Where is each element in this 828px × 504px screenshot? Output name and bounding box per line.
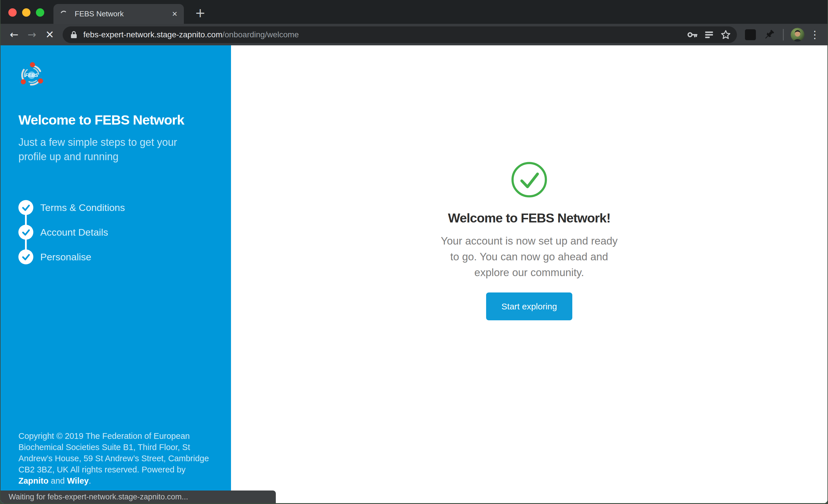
check-icon	[18, 249, 33, 264]
sidebar-subtitle: Just a few simple steps to get your prof…	[18, 135, 188, 164]
success-check-icon	[510, 161, 548, 199]
status-text: Waiting for febs-expert-network.stage-za…	[9, 493, 188, 501]
step-check-circle	[18, 200, 33, 215]
padlock-icon[interactable]	[70, 31, 78, 39]
step-terms-conditions[interactable]: Terms & Conditions	[18, 200, 213, 215]
profile-avatar[interactable]	[791, 28, 804, 42]
welcome-message: Your account is now set up and ready to …	[441, 233, 618, 280]
stop-loading-button[interactable]: ✕	[41, 26, 58, 44]
svg-text:FEBS: FEBS	[25, 73, 38, 78]
new-tab-button[interactable]: +	[191, 5, 209, 21]
welcome-heading: Welcome to FEBS Network!	[448, 211, 610, 226]
step-check-circle	[18, 249, 33, 264]
welcome-panel: Welcome to FEBS Network! Your account is…	[231, 45, 827, 503]
pin-extension-icon[interactable]	[763, 29, 776, 41]
zapnito-link[interactable]: Zapnito	[18, 476, 48, 485]
tab-bar: FEBS Network ✕ +	[1, 0, 827, 24]
page-content: FEBS Welcome to FEBS Network Just a few …	[1, 45, 827, 503]
wiley-link[interactable]: Wiley	[67, 476, 89, 485]
onboarding-steps: Terms & Conditions Account Details	[18, 200, 213, 264]
check-icon	[18, 225, 33, 240]
step-account-details[interactable]: Account Details	[18, 225, 213, 240]
febs-logo: FEBS	[18, 62, 45, 88]
welcome-message-line: Your account is now set up and ready	[441, 233, 618, 249]
browser-tab[interactable]: FEBS Network ✕	[53, 4, 184, 24]
step-label: Account Details	[40, 227, 108, 238]
copyright-text: Copyright © 2019 The Federation of Europ…	[18, 431, 209, 474]
close-window-button[interactable]	[8, 8, 17, 17]
footer-and: and	[48, 476, 67, 485]
check-icon	[18, 200, 33, 215]
tab-title: FEBS Network	[75, 9, 168, 18]
back-button[interactable]: ←	[5, 26, 23, 44]
step-label: Personalise	[40, 251, 91, 263]
footer-period: .	[89, 476, 91, 485]
loading-spinner-icon	[60, 10, 68, 18]
browser-toolbar: ← → ✕ febs-expert-network.stage-zapnito.…	[1, 24, 827, 45]
url-text: febs-expert-network.stage-zapnito.com/on…	[83, 30, 299, 39]
extension-icon[interactable]	[745, 29, 756, 40]
url-host: febs-expert-network.stage-zapnito.com	[83, 30, 222, 39]
zoom-window-button[interactable]	[36, 8, 44, 17]
url-path: /onboarding/welcome	[222, 30, 299, 39]
welcome-message-line: explore our community.	[441, 265, 618, 280]
status-bar: Waiting for febs-expert-network.stage-za…	[1, 491, 276, 503]
forward-button[interactable]: →	[23, 26, 41, 44]
window-controls	[8, 8, 44, 17]
reading-list-icon[interactable]	[701, 27, 717, 43]
step-personalise[interactable]: Personalise	[18, 249, 213, 264]
start-exploring-button[interactable]: Start exploring	[486, 292, 572, 320]
browser-window: FEBS Network ✕ + ← → ✕ febs-expert-netwo…	[1, 0, 827, 503]
browser-menu-icon[interactable]: ⋮	[807, 27, 823, 43]
step-check-circle	[18, 225, 33, 240]
toolbar-divider	[783, 29, 784, 41]
sidebar-title: Welcome to FEBS Network	[18, 112, 213, 128]
bookmark-star-icon[interactable]	[717, 27, 734, 43]
sidebar-footer: Copyright © 2019 The Federation of Europ…	[18, 430, 213, 487]
password-key-icon[interactable]	[684, 27, 701, 43]
onboarding-sidebar: FEBS Welcome to FEBS Network Just a few …	[1, 45, 231, 503]
welcome-message-line: to go. You can now go ahead and	[441, 249, 618, 265]
step-label: Terms & Conditions	[40, 202, 125, 213]
minimize-window-button[interactable]	[22, 8, 31, 17]
address-bar[interactable]: febs-expert-network.stage-zapnito.com/on…	[63, 27, 737, 43]
tab-close-icon[interactable]: ✕	[172, 10, 177, 18]
